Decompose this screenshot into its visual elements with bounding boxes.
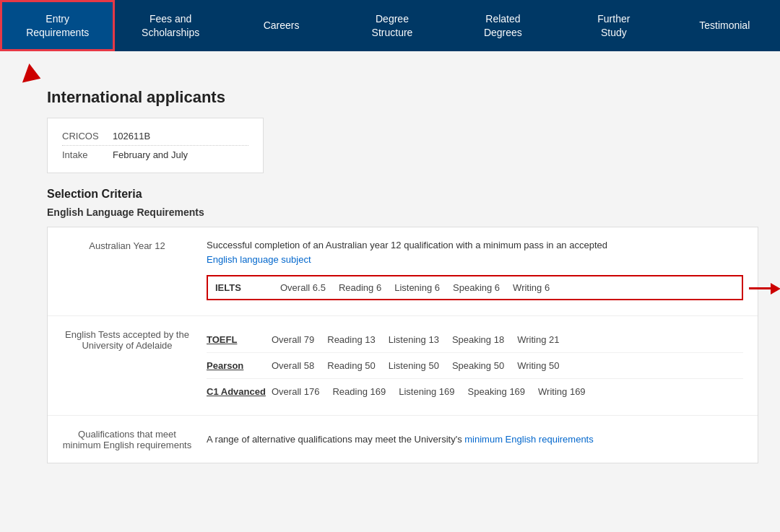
ielts-arrow — [749, 283, 780, 295]
red-arrow-left-icon — [22, 64, 44, 88]
selection-criteria-title: Selection Criteria — [22, 188, 758, 201]
pearson-writing: Writing 50 — [517, 360, 559, 371]
aus-year12-label: Australian Year 12 — [62, 238, 207, 251]
ielts-writing: Writing 6 — [513, 282, 550, 293]
toefl-writing: Writing 21 — [517, 334, 559, 345]
arrow-line — [749, 287, 771, 289]
ielts-speaking: Speaking 6 — [453, 282, 500, 293]
nav-fees-scholarships[interactable]: Fees andScholarships — [115, 0, 225, 51]
nav-careers[interactable]: Careers — [226, 0, 337, 51]
pearson-reading: Reading 50 — [327, 360, 376, 371]
toefl-reading: Reading 13 — [327, 334, 376, 345]
ielts-listening: Listening 6 — [394, 282, 440, 293]
english-language-subject-link[interactable]: English language subject — [207, 254, 311, 265]
minimum-english-requirements-link[interactable]: minimum English requirements — [464, 434, 593, 445]
c1-reading: Reading 169 — [332, 386, 386, 397]
c1-listening: Listening 169 — [399, 386, 454, 397]
english-tests-label: English Tests accepted by the University… — [62, 327, 207, 351]
english-lang-req-title: English Language Requirements — [22, 206, 758, 218]
qual-desc: A range of alternative qualifications ma… — [207, 434, 462, 445]
requirements-table: Australian Year 12 Successful completion… — [47, 227, 758, 463]
aus-year12-row: Australian Year 12 Successful completion… — [48, 227, 758, 316]
english-tests-content: TOEFL Overall 79 Reading 13 Listening 13… — [207, 327, 743, 404]
intake-value: February and July — [113, 149, 188, 160]
qual-label: Qualifications that meet minimum English… — [62, 427, 207, 450]
arrow-head-icon — [771, 283, 780, 295]
nav-testimonial[interactable]: Testimonial — [670, 0, 780, 51]
cricos-row: CRICOS 102611B — [62, 127, 248, 146]
qual-content: A range of alternative qualifications ma… — [207, 427, 743, 452]
ielts-overall: Overall 6.5 — [280, 282, 326, 293]
c1-writing: Writing 169 — [538, 386, 586, 397]
pearson-test-name: Pearson — [207, 360, 272, 371]
aus-year12-content: Successful completion of an Australian y… — [207, 238, 743, 305]
c1-speaking: Speaking 169 — [468, 386, 526, 397]
c1-advanced-scores: Overall 176 Reading 169 Listening 169 Sp… — [272, 386, 586, 397]
pearson-speaking: Speaking 50 — [452, 360, 504, 371]
intake-row: Intake February and July — [62, 146, 248, 164]
arrow-container — [22, 66, 758, 84]
nav-entry-requirements[interactable]: EntryRequirements — [0, 0, 115, 51]
cricos-value: 102611B — [113, 131, 150, 141]
c1-advanced-test-name: C1 Advanced — [207, 386, 272, 397]
pearson-row: Pearson Overall 58 Reading 50 Listening … — [207, 353, 743, 379]
c1-advanced-row: C1 Advanced Overall 176 Reading 169 List… — [207, 379, 743, 404]
nav-further-study[interactable]: FurtherStudy — [558, 0, 669, 51]
nav-degree-structure[interactable]: DegreeStructure — [337, 0, 447, 51]
toefl-overall: Overall 79 — [272, 334, 314, 345]
pearson-overall: Overall 58 — [272, 360, 314, 371]
navigation: EntryRequirements Fees andScholarships C… — [0, 0, 780, 51]
cricos-label: CRICOS — [62, 131, 113, 141]
pearson-listening: Listening 50 — [389, 360, 439, 371]
english-tests-row: English Tests accepted by the University… — [48, 316, 758, 416]
qualifications-row: Qualifications that meet minimum English… — [48, 416, 758, 463]
ielts-highlighted-row: IELTS Overall 6.5 Reading 6 Listening 6 … — [207, 275, 743, 300]
ielts-reading: Reading 6 — [339, 282, 381, 293]
toefl-scores: Overall 79 Reading 13 Listening 13 Speak… — [272, 334, 559, 345]
ielts-scores: Overall 6.5 Reading 6 Listening 6 Speaki… — [280, 282, 550, 293]
toefl-speaking: Speaking 18 — [452, 334, 504, 345]
toefl-listening: Listening 13 — [389, 334, 439, 345]
main-content: International applicants CRICOS 102611B … — [0, 51, 780, 492]
pearson-scores: Overall 58 Reading 50 Listening 50 Speak… — [272, 360, 559, 371]
toefl-test-name: TOEFL — [207, 334, 272, 345]
info-card: CRICOS 102611B Intake February and July — [47, 118, 264, 173]
c1-overall: Overall 176 — [272, 386, 319, 397]
intake-label: Intake — [62, 149, 113, 160]
aus-year12-desc: Successful completion of an Australian y… — [207, 238, 743, 266]
page-title: International applicants — [22, 88, 758, 107]
nav-related-degrees[interactable]: RelatedDegrees — [448, 0, 558, 51]
toefl-row: TOEFL Overall 79 Reading 13 Listening 13… — [207, 327, 743, 353]
ielts-test-name: IELTS — [215, 282, 280, 293]
